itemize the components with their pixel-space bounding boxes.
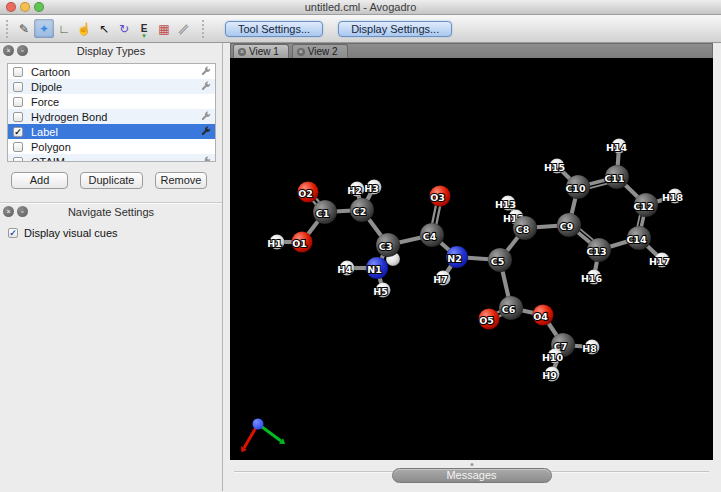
display-settings-button[interactable]: Display Settings... xyxy=(338,21,452,37)
atom-label-h17: H17 xyxy=(649,256,670,267)
atom-label-c11: C11 xyxy=(604,173,624,184)
zoom-window-icon[interactable] xyxy=(34,2,44,12)
atom-label-h1: H1 xyxy=(267,238,282,249)
settings-wrench-icon[interactable] xyxy=(200,111,211,122)
bond-centric-tool[interactable]: ∟ xyxy=(54,19,74,38)
checkbox-label: Display visual cues xyxy=(24,227,118,239)
selection-tool-icon: ↖ xyxy=(99,23,109,35)
draw-tool[interactable]: ✎ xyxy=(14,19,34,38)
atom-label-c12: C12 xyxy=(633,201,653,212)
atom-label-h8: H8 xyxy=(582,343,597,354)
display-type-checkbox[interactable]: ✓ xyxy=(13,127,23,137)
display-type-row[interactable]: Force xyxy=(8,94,215,109)
atom-label-c6: C6 xyxy=(502,304,516,315)
panel-title: Navigate Settings xyxy=(0,206,222,218)
toolbar-drag-handle[interactable] xyxy=(6,20,10,38)
atom-label-c4: C4 xyxy=(423,231,437,242)
display-type-row[interactable]: Dipole xyxy=(8,79,215,94)
settings-wrench-icon[interactable] xyxy=(200,126,211,137)
close-icon[interactable]: × xyxy=(3,45,14,56)
axes-indicator xyxy=(241,419,285,453)
add-button[interactable]: Add xyxy=(11,172,68,189)
manipulate-tool-icon: ☝ xyxy=(77,23,92,35)
atom-label-o5: O5 xyxy=(479,315,494,326)
auto-optimize-tool[interactable]: E▾ xyxy=(134,19,154,38)
z-axis-sphere xyxy=(253,419,264,430)
display-type-row[interactable]: QTAIM xyxy=(8,154,215,162)
remove-button[interactable]: Remove xyxy=(155,172,207,189)
tool-group: ✎✦∟☝↖↻E▾▦∥ xyxy=(14,19,194,38)
tool-settings-button[interactable]: Tool Settings... xyxy=(225,21,323,37)
navigate-tool-icon: ✦ xyxy=(39,23,49,35)
float-panel-icon[interactable]: ▫ xyxy=(17,206,28,217)
measure-tool-icon: ▦ xyxy=(158,23,169,35)
gl-viewport[interactable]: H12H15H13H3H2O2O3C10C11H14H18C12C9C8C2C1… xyxy=(230,58,713,460)
display-type-checkbox[interactable] xyxy=(13,97,23,107)
splitter-handle[interactable] xyxy=(470,463,473,466)
tab-close-icon[interactable]: × xyxy=(297,48,305,56)
selection-tool[interactable]: ↖ xyxy=(94,19,114,38)
display-type-checkbox[interactable] xyxy=(13,112,23,122)
atom-label-h7: H7 xyxy=(433,274,448,285)
atom-label-h10: H10 xyxy=(542,352,564,363)
display-type-label: Hydrogen Bond xyxy=(31,111,107,123)
tab-close-icon[interactable]: × xyxy=(238,48,246,56)
panel-title: Display Types xyxy=(0,45,222,57)
view-tab-1[interactable]: ×View 1 xyxy=(233,44,289,58)
navigate-settings-header: × ▫ Navigate Settings xyxy=(0,204,222,220)
display-visual-cues-row: ✓ Display visual cues xyxy=(8,227,222,239)
atom-label-h4: H4 xyxy=(337,264,352,275)
titlebar: untitled.cml - Avogadro xyxy=(0,0,721,15)
toolbar-separator xyxy=(202,20,206,38)
measure-tool[interactable]: ▦ xyxy=(154,19,174,38)
atom-label-h18: H18 xyxy=(662,192,684,203)
atom-label-c1: C1 xyxy=(316,208,330,219)
display-type-checkbox[interactable] xyxy=(13,82,23,92)
messages-button[interactable]: Messages xyxy=(392,468,552,483)
atom-label-c14: C14 xyxy=(626,234,647,245)
display-type-row[interactable]: Hydrogen Bond xyxy=(8,109,215,124)
atom-label-o4: O4 xyxy=(533,311,548,322)
display-type-checkbox[interactable] xyxy=(13,157,23,163)
bond-centric-tool-icon: ∟ xyxy=(58,23,70,35)
atom-label-n1: N1 xyxy=(367,264,382,275)
navigate-tool[interactable]: ✦ xyxy=(34,19,54,38)
float-panel-icon[interactable]: ▫ xyxy=(17,45,28,56)
window-title: untitled.cml - Avogadro xyxy=(0,0,721,14)
atom-label-h9: H9 xyxy=(542,370,557,381)
display-type-checkbox[interactable] xyxy=(13,67,23,77)
toolbar: ✎✦∟☝↖↻E▾▦∥ Tool Settings... Display Sett… xyxy=(0,15,721,43)
view-tab-2[interactable]: ×View 2 xyxy=(292,44,348,58)
close-window-icon[interactable] xyxy=(6,2,16,12)
atom-label-o2: O2 xyxy=(298,188,313,199)
view-tabbar: ×View 1×View 2 xyxy=(230,43,713,58)
atom-label-c3: C3 xyxy=(379,241,393,252)
molecule-render: H12H15H13H3H2O2O3C10C11H14H18C12C9C8C2C1… xyxy=(230,58,713,460)
atom-label-c5: C5 xyxy=(491,256,505,267)
settings-wrench-icon[interactable] xyxy=(200,81,211,92)
atom-label-h15: H15 xyxy=(544,162,565,173)
duplicate-button[interactable]: Duplicate xyxy=(80,172,143,189)
display-type-label: Force xyxy=(31,96,59,108)
settings-wrench-icon[interactable] xyxy=(200,66,211,77)
settings-wrench-icon[interactable] xyxy=(200,156,211,162)
display-type-row[interactable]: Polygon xyxy=(8,139,215,154)
display-type-row[interactable]: ✓Label xyxy=(8,124,215,139)
display-types-list: CartoonDipoleForceHydrogen Bond✓LabelPol… xyxy=(7,63,216,162)
display-types-header: × ▫ Display Types xyxy=(0,43,222,59)
auto-rotate-tool[interactable]: ↻ xyxy=(114,19,134,38)
atom-label-c9: C9 xyxy=(560,221,574,232)
display-type-label: Label xyxy=(31,126,58,138)
atom-label-c8: C8 xyxy=(516,224,530,235)
display-type-row[interactable]: Cartoon xyxy=(8,64,215,79)
align-tool-icon: ∥ xyxy=(178,22,191,35)
display-visual-cues-checkbox[interactable]: ✓ xyxy=(8,228,18,238)
display-type-label: Dipole xyxy=(31,81,62,93)
display-type-checkbox[interactable] xyxy=(13,142,23,152)
atom-label-c13: C13 xyxy=(586,246,606,257)
manipulate-tool[interactable]: ☝ xyxy=(74,19,94,38)
atom-label-c2: C2 xyxy=(353,206,367,217)
minimize-window-icon[interactable] xyxy=(20,2,30,12)
close-icon[interactable]: × xyxy=(3,206,14,217)
align-tool[interactable]: ∥ xyxy=(174,19,194,38)
